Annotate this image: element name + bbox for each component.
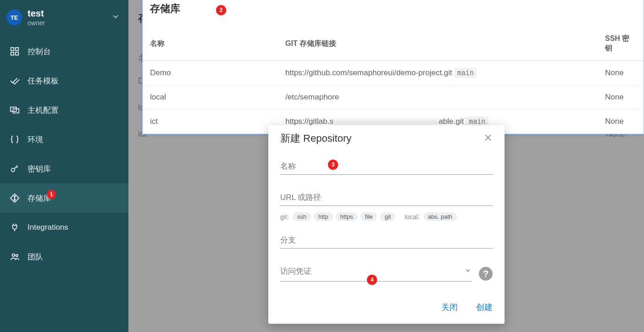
- callout-3: 3: [328, 160, 338, 170]
- callout-2: 2: [216, 5, 226, 15]
- field-label: 名称: [280, 161, 493, 172]
- sidebar-item-keystore[interactable]: 密钥库: [0, 154, 128, 183]
- svg-rect-2: [11, 52, 14, 55]
- sidebar-item-label: 任务模板: [28, 76, 59, 86]
- close-button[interactable]: 关闭: [441, 302, 458, 313]
- cell-name: local: [143, 85, 278, 110]
- project-name: test: [28, 8, 111, 18]
- git-icon: [8, 193, 21, 204]
- field-branch[interactable]: 分支: [280, 235, 493, 249]
- cell-ssh: None: [598, 61, 644, 85]
- project-role: owner: [28, 19, 111, 27]
- svg-point-10: [16, 255, 18, 257]
- sidebar-item-label: 团队: [28, 252, 43, 262]
- cell-link: /etc/semaphore: [278, 85, 598, 110]
- chevron-down-icon: [111, 12, 120, 23]
- sidebar-item-label: 控制台: [28, 46, 51, 57]
- col-ssh: SSH 密钥: [598, 26, 644, 61]
- cell-name: ict: [143, 110, 278, 134]
- hint-chip: http: [314, 212, 333, 221]
- field-label: URL 或路径: [280, 192, 493, 203]
- col-link: GIT 存储库链接: [278, 26, 598, 61]
- svg-rect-0: [11, 48, 14, 50]
- field-label: 访问凭证: [280, 266, 311, 277]
- table-row[interactable]: local /etc/semaphore None: [143, 85, 644, 110]
- sidebar-item-repositories[interactable]: 存储库 1: [0, 183, 128, 213]
- cell-ssh: None: [598, 110, 644, 134]
- cell-ssh: None: [598, 85, 644, 110]
- key-icon: [8, 163, 21, 174]
- help-icon[interactable]: ?: [479, 267, 493, 281]
- create-button[interactable]: 创建: [476, 302, 493, 313]
- sidebar-item-environment[interactable]: 环境: [0, 125, 128, 154]
- sidebar-item-label: Integrations: [28, 223, 68, 232]
- checks-icon: [8, 75, 21, 86]
- repositories-panel: 存储库 名称 GIT 存储库链接 SSH 密钥 Demo https://git…: [142, 0, 644, 134]
- sidebar: TE test owner 控制台 任务模板 主机配置 环境 密钥库 存储库 1…: [0, 0, 128, 332]
- project-switcher[interactable]: TE test owner: [0, 0, 128, 37]
- field-url[interactable]: URL 或路径 git: ssh http https file git loc…: [280, 192, 493, 221]
- close-icon[interactable]: [483, 133, 493, 144]
- monitors-icon: [8, 105, 21, 116]
- hint-chip: git: [380, 212, 395, 221]
- sidebar-item-dashboard[interactable]: 控制台: [0, 37, 128, 66]
- url-hints: git: ssh http https file git local: abs.…: [280, 212, 493, 221]
- plug-icon: [8, 222, 21, 233]
- hint-chip: abs. path: [423, 212, 457, 221]
- dialog-title: 新建 Repository: [280, 132, 351, 145]
- col-name: 名称: [143, 26, 278, 61]
- cell-link: https://github.com/semaphoreui/demo-proj…: [278, 61, 598, 85]
- sidebar-item-label: 密钥库: [28, 164, 51, 174]
- hint-chip: file: [361, 212, 378, 221]
- sidebar-item-label: 主机配置: [28, 105, 59, 116]
- dashboard-icon: [8, 46, 21, 57]
- cell-name: Demo: [143, 61, 278, 85]
- hint-chip: ssh: [293, 212, 311, 221]
- caret-down-icon: [464, 267, 472, 276]
- repositories-table: 名称 GIT 存储库链接 SSH 密钥 Demo https://github.…: [143, 26, 644, 134]
- new-repository-dialog: 新建 Repository 名称 URL 或路径 git: ssh http h…: [268, 125, 505, 324]
- sidebar-item-label: 环境: [28, 134, 43, 145]
- svg-point-9: [12, 254, 15, 257]
- sidebar-item-team[interactable]: 团队: [0, 242, 128, 271]
- svg-point-6: [11, 168, 15, 172]
- braces-icon: [8, 134, 21, 145]
- field-label: 分支: [280, 235, 493, 245]
- svg-rect-1: [16, 48, 18, 50]
- user-texts: test owner: [28, 8, 111, 27]
- svg-rect-3: [16, 52, 18, 55]
- sidebar-item-inventory[interactable]: 主机配置: [0, 95, 128, 125]
- team-icon: [8, 251, 21, 262]
- avatar: TE: [6, 10, 22, 25]
- sidebar-item-integrations[interactable]: Integrations: [0, 213, 128, 242]
- sidebar-item-templates[interactable]: 任务模板: [0, 66, 128, 95]
- branch-chip: main: [454, 68, 477, 78]
- table-row[interactable]: Demo https://github.com/semaphoreui/demo…: [143, 61, 644, 85]
- callout-1: 1: [47, 190, 56, 199]
- field-name[interactable]: 名称: [280, 161, 493, 175]
- hint-chip: https: [336, 212, 358, 221]
- callout-4: 4: [367, 275, 377, 285]
